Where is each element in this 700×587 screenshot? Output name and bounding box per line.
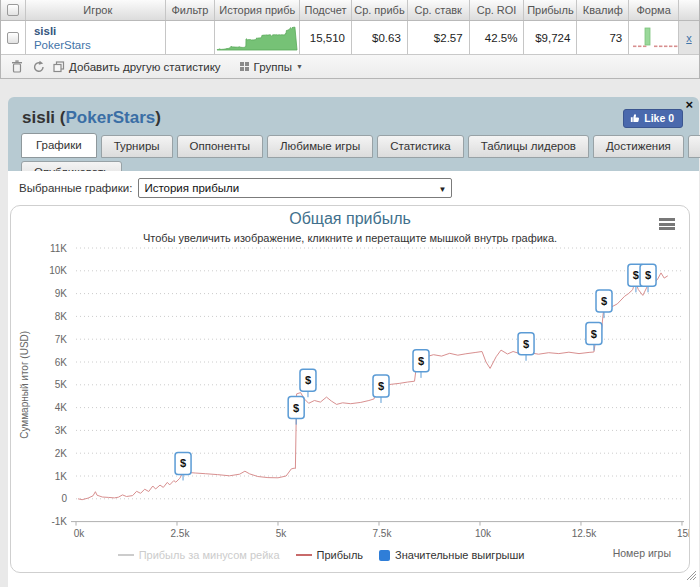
legend-line-icon [118,554,134,556]
groups-icon [239,61,250,72]
col-avg-stake[interactable]: Ср. ставк [408,0,470,20]
col-avg-roi[interactable]: Ср. ROI [470,0,525,20]
resize-handle[interactable] [686,567,697,585]
col-profit[interactable]: Прибыль [524,0,577,20]
row-actions-cell: x [679,21,699,54]
svg-text:$: $ [293,402,299,414]
x-axis-title: Номер игры [613,547,671,559]
table-toolbar: Добавить другую статистику Группы ▼ [1,55,699,78]
row-select-cell [1,21,26,54]
profit-chart[interactable]: 11K10K9K8K7K6K5K4K3K2K1K0-1K0k2.5k5k7.5k… [11,206,690,573]
facebook-like-button[interactable]: Like 0 [623,109,683,128]
select-all-checkbox[interactable] [7,4,19,16]
svg-text:9K: 9K [55,288,68,299]
col-filter[interactable]: Фильтр [166,0,216,20]
svg-text:7K: 7K [55,334,68,345]
svg-text:4K: 4K [55,402,68,413]
svg-text:5K: 5K [55,379,68,390]
filter-cell [166,21,216,54]
col-actions [679,0,699,20]
tab-charts[interactable]: Графики [21,133,97,158]
svg-text:11K: 11K [50,243,67,254]
col-player[interactable]: Игрок [26,0,166,20]
refresh-icon[interactable] [31,59,47,75]
add-stat-icon [53,61,65,73]
delete-icon[interactable] [9,59,25,75]
chart-select-row: Выбранные графики: История прибыли ▼ [8,171,699,198]
svg-text:15k: 15k [677,528,690,539]
col-qualif[interactable]: Квалиф [577,0,629,20]
svg-text:$: $ [601,295,607,307]
svg-text:7.5k: 7.5k [373,528,393,539]
svg-text:2.5k: 2.5k [171,528,191,539]
tab-favorite-games[interactable]: Любимые игры [267,135,373,158]
svg-text:-1K: -1K [51,516,67,527]
svg-text:5k: 5k [276,528,288,539]
table-header-row: Игрок Фильтр История прибь Подсчет Ср. п… [1,0,699,21]
like-label: Like 0 [644,112,674,124]
legend-profit[interactable]: Прибыль [296,549,364,561]
player-cell: sisli PokerStars [26,21,166,54]
avg-roi-value: 42.5% [470,21,525,54]
player-panel: × sisli (PokerStars) Like 0 Графики Турн… [8,97,699,587]
col-avg-profit[interactable]: Ср. прибь [352,0,408,20]
svg-text:$: $ [305,374,311,386]
svg-text:$: $ [591,328,597,340]
col-form[interactable]: Форма [629,0,679,20]
svg-text:0: 0 [61,493,67,504]
tab-opponents[interactable]: Оппоненты [177,135,263,158]
groups-label: Группы [254,61,292,73]
svg-text:$: $ [378,380,384,392]
row-checkbox[interactable] [7,32,19,44]
svg-text:8K: 8K [55,311,68,322]
svg-text:$: $ [645,269,651,281]
tab-statistics[interactable]: Статистика [377,135,463,158]
avg-profit-value: $0.63 [352,21,408,54]
svg-text:10k: 10k [475,528,492,539]
col-count[interactable]: Подсчет [300,0,352,20]
groups-button[interactable]: Группы ▼ [239,61,303,73]
remove-row-link[interactable]: x [686,32,692,44]
tabs-row-1: Графики Турниры Оппоненты Любимые игры С… [21,133,699,158]
svg-text:12.5k: 12.5k [572,528,597,539]
add-stat-label: Добавить другую статистику [69,61,221,73]
chart-legend: Прибыль за минусом рейка Прибыль Значите… [11,549,631,561]
chart-container[interactable]: Общая прибыль Чтобы увеличить изображени… [10,205,690,573]
panel-body: Выбранные графики: История прибыли ▼ Общ… [8,171,699,587]
table-row: sisli PokerStars 15,510 $0.63 $2.57 42.5… [1,21,699,55]
legend-profit-minus-rake[interactable]: Прибыль за минусом рейка [118,549,280,561]
add-stat-button[interactable]: Добавить другую статистику [53,61,221,73]
profit-history-sparkline [216,23,299,53]
tab-find[interactable]: Найти [688,135,700,158]
svg-text:Суммарный итог (USD): Суммарный итог (USD) [19,331,30,439]
panel-header: sisli (PokerStars) Like 0 [8,97,699,133]
tab-tournaments[interactable]: Турниры [101,135,173,158]
panel-site-link[interactable]: PokerStars [66,108,156,127]
chart-select-label: Выбранные графики: [19,182,132,194]
chart-select-value: История прибыли [144,182,239,194]
legend-significant-wins[interactable]: Значительные выигрыши [379,549,524,561]
svg-text:$: $ [633,269,639,281]
profit-value: $9,724 [524,21,577,54]
tab-achievements[interactable]: Достижения [593,135,684,158]
qualif-value: 73 [577,21,629,54]
svg-text:3K: 3K [55,425,68,436]
svg-text:1K: 1K [55,471,68,482]
chart-select-dropdown[interactable]: История прибыли ▼ [138,178,452,198]
col-history[interactable]: История прибь [215,0,300,20]
select-all-cell [1,0,26,20]
profit-history-cell[interactable] [215,21,300,54]
player-name-link[interactable]: sisli [34,24,56,38]
player-site-link[interactable]: PokerStars [34,38,91,52]
form-sparkline [630,24,678,52]
legend-line-icon [296,554,312,556]
tab-leaderboards[interactable]: Таблицы лидеров [468,135,589,158]
legend-square-icon [379,550,390,561]
form-cell [629,21,679,54]
svg-text:6K: 6K [55,357,68,368]
count-value: 15,510 [300,21,352,54]
svg-text:10K: 10K [49,265,67,276]
svg-text:0k: 0k [74,528,86,539]
avg-stake-value: $2.57 [408,21,470,54]
svg-text:$: $ [180,457,186,469]
